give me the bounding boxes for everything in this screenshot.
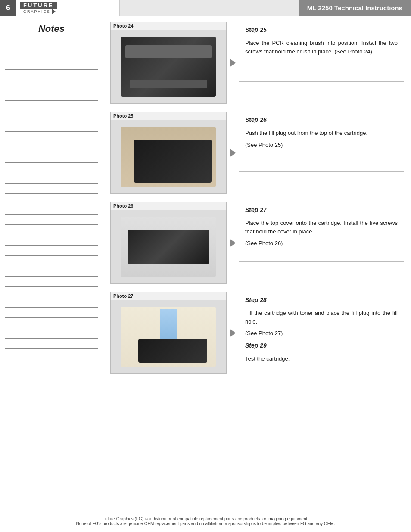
step-box-26: Step 26 Push the fill plug out from the … <box>239 112 404 172</box>
step-27-text: Place the top cover onto the cartridge. … <box>245 219 398 248</box>
step-27-heading: Step 27 <box>245 206 398 215</box>
step-row-28: Photo 27 Step 28 Fill the cartridge with… <box>110 292 404 374</box>
page-number: 6 <box>0 0 16 16</box>
note-line <box>5 226 98 235</box>
arrow-icon-25 <box>230 59 236 67</box>
step-28-heading: Step 28 <box>245 296 398 305</box>
content-area: Photo 24 Step 25 Place the PCR cleaning … <box>103 16 411 512</box>
document-title: ML 2250 Technical Instructions <box>299 0 411 16</box>
note-line <box>5 308 98 318</box>
logo-bottom-text: GRAPHICS <box>20 9 56 14</box>
step-29-text: Test the cartridge. <box>245 355 398 363</box>
notes-sidebar: Notes <box>0 16 103 512</box>
arrow-26 <box>227 149 239 157</box>
note-line <box>5 153 98 163</box>
main-content: Notes Photo 24 Step 25 Place the PCR cle… <box>0 16 411 512</box>
note-line <box>5 277 98 287</box>
arrow-icon-26 <box>230 149 236 157</box>
photo-26-image <box>111 210 226 283</box>
arrow-icon-28 <box>230 329 236 337</box>
note-line <box>5 102 98 111</box>
step-row-26: Photo 25 Step 26 Push the fill plug out … <box>110 112 404 194</box>
photo-25-image <box>111 120 226 193</box>
note-line <box>5 143 98 152</box>
step-box-25: Step 25 Place the PCR cleaning brush int… <box>239 22 404 82</box>
note-line <box>5 184 98 194</box>
photo-26-simulation <box>121 217 216 277</box>
footer-line1: Future Graphics (FG) is a distributor of… <box>9 516 402 521</box>
note-line <box>5 236 98 246</box>
note-line <box>5 267 98 277</box>
arrow-28 <box>227 329 239 337</box>
header-spacer <box>120 0 299 16</box>
photo-25-simulation <box>121 127 216 187</box>
arrow-27 <box>227 239 239 247</box>
photo-27-simulation <box>121 307 216 367</box>
step-25-heading: Step 25 <box>245 26 398 35</box>
footer-line2: None of FG's products are genuine OEM re… <box>9 521 402 526</box>
note-line <box>5 174 98 184</box>
step-26-heading: Step 26 <box>245 116 398 125</box>
logo-top-text: FUTURE <box>20 2 57 9</box>
step-28-text: Fill the cartridge with toner and place … <box>245 309 398 338</box>
page-footer: Future Graphics (FG) is a distributor of… <box>0 512 411 530</box>
step-26-text: Push the fill plug out from the top of t… <box>245 129 398 149</box>
step-box-27: Step 27 Place the top cover onto the car… <box>239 202 404 262</box>
step-29-heading: Step 29 <box>245 342 398 351</box>
step-row-27: Photo 26 Step 27 Place the top cover ont… <box>110 202 404 284</box>
step-box-28: Step 28 Fill the cartridge with toner an… <box>239 292 404 367</box>
note-line <box>5 60 98 70</box>
photo-24-label: Photo 24 <box>111 22 226 30</box>
photo-24-simulation <box>121 37 216 97</box>
note-line <box>5 91 98 101</box>
photo-27-image <box>111 300 226 373</box>
note-line <box>5 112 98 121</box>
page-header: 6 FUTURE GRAPHICS ML 2250 Technical Inst… <box>0 0 411 16</box>
note-line <box>5 298 98 308</box>
note-line <box>5 133 98 142</box>
note-line <box>5 195 98 204</box>
note-line <box>5 329 98 339</box>
photo-box-25: Photo 25 <box>110 112 227 194</box>
photo-box-24: Photo 24 <box>110 22 227 104</box>
note-line <box>5 122 98 132</box>
photo-25-label: Photo 25 <box>111 112 226 120</box>
note-line <box>5 288 98 297</box>
note-line <box>5 40 98 49</box>
note-line <box>5 81 98 90</box>
photo-box-26: Photo 26 <box>110 202 227 284</box>
note-line <box>5 339 98 349</box>
photo-26-label: Photo 26 <box>111 202 226 210</box>
logo-arrow-icon <box>52 9 56 14</box>
photo-box-27: Photo 27 <box>110 292 227 374</box>
photo-27-label: Photo 27 <box>111 292 226 300</box>
logo-area: FUTURE GRAPHICS <box>16 0 120 16</box>
arrow-25 <box>227 59 239 67</box>
company-logo: FUTURE GRAPHICS <box>20 2 57 14</box>
note-line <box>5 257 98 266</box>
note-line <box>5 71 98 80</box>
note-line <box>5 50 98 59</box>
note-line <box>5 319 98 328</box>
arrow-icon-27 <box>230 239 236 247</box>
note-line <box>5 246 98 256</box>
note-line <box>5 164 98 173</box>
photo-24-image <box>111 30 226 103</box>
note-line <box>5 215 98 225</box>
step-row-25: Photo 24 Step 25 Place the PCR cleaning … <box>110 22 404 104</box>
step-25-text: Place the PCR cleaning brush into positi… <box>245 39 398 56</box>
notes-heading: Notes <box>5 23 98 34</box>
note-line <box>5 205 98 215</box>
notes-lines <box>5 40 98 349</box>
